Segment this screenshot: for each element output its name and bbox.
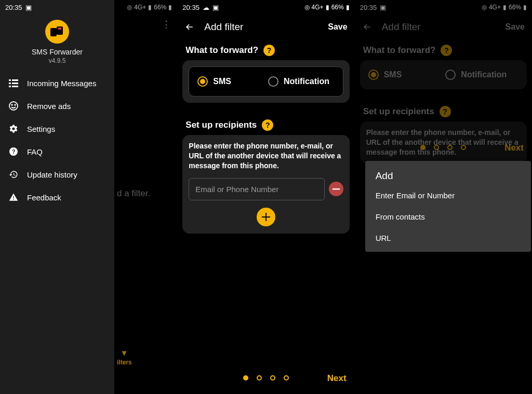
svg-rect-7 [9, 86, 11, 87]
battery-icon: ▮ [523, 4, 527, 11]
screen-add-filter-sheet: 20:35 ▣ ◎ 4G+ ▮ 66% ▮ Add filter Save Wh… [355, 0, 532, 394]
radio-notification[interactable]: Notification [266, 73, 337, 90]
sheet-item-from-contacts[interactable]: From contacts [365, 206, 531, 227]
menu-label: Remove ads [27, 102, 71, 111]
svg-point-10 [11, 104, 12, 105]
screen-drawer: ◎ 4G+ ▮ 66% ▮ ⋮ d a filter. ▾ ilters 20:… [0, 0, 177, 394]
menu-settings[interactable]: Settings [0, 117, 114, 140]
battery-label: 66% [509, 4, 521, 11]
pager-dot [243, 375, 248, 381]
battery-label: 66% [331, 4, 344, 11]
navigation-drawer: 20:35 ▣ SMS Forwarder v4.9.5 Incoming Me… [0, 0, 114, 394]
pager-dot [461, 145, 466, 150]
radio-sms[interactable]: SMS [366, 66, 444, 83]
pager-dot [270, 375, 275, 381]
recipients-card: Please enter the phone number, e-mail, o… [360, 121, 527, 164]
drawer-header: SMS Forwarder v4.9.5 [0, 15, 114, 72]
recipients-card: Please enter the phone number, e-mail, o… [182, 135, 349, 234]
warning-icon [8, 192, 19, 202]
svg-text:?: ? [12, 148, 16, 155]
history-icon [8, 169, 19, 180]
screen-add-filter: 20:35 ☁ ▣ ◎ 4G+ ▮ 66% ▮ Add filter Save … [177, 0, 354, 394]
remove-recipient-button[interactable] [329, 182, 343, 196]
menu-remove-ads[interactable]: Remove ads [0, 94, 114, 117]
sheet-item-enter-email[interactable]: Enter Email or Number [365, 185, 531, 206]
menu-feedback[interactable]: Feedback [0, 186, 114, 209]
help-icon[interactable]: ? [262, 119, 273, 131]
recipients-help-text: Please enter the phone number, e-mail, o… [366, 128, 521, 157]
pager-dot [257, 375, 262, 381]
menu-label: Settings [27, 125, 55, 133]
help-icon: ? [8, 146, 19, 157]
recipient-input[interactable] [189, 178, 324, 200]
pager-dot [434, 145, 439, 150]
svg-rect-16 [262, 216, 270, 218]
screenshot-icon: ▣ [380, 4, 386, 11]
forward-options-card: SMS Notification [360, 60, 527, 89]
sheet-title: Add [365, 166, 531, 185]
svg-rect-2 [58, 28, 61, 30]
back-icon[interactable] [184, 22, 195, 32]
pager-dot [420, 145, 425, 150]
radio-label: Notification [284, 77, 329, 86]
screenshot-icon: ▣ [25, 4, 32, 11]
next-button[interactable]: Next [327, 373, 347, 384]
section-forward: What to forward? ? [355, 39, 532, 60]
radio-label: SMS [384, 70, 402, 79]
svg-rect-0 [50, 28, 57, 36]
recipients-help-text: Please enter the phone number, e-mail, o… [189, 141, 343, 171]
menu-update-history[interactable]: Update history [0, 163, 114, 186]
svg-rect-5 [9, 83, 11, 84]
app-header: Add filter Save [355, 15, 532, 39]
status-bar: 20:35 ▣ [0, 0, 114, 15]
network-label: 4G+ [312, 4, 324, 11]
menu-faq[interactable]: ? FAQ [0, 140, 114, 163]
menu-incoming-messages[interactable]: Incoming Messages [0, 72, 114, 94]
menu-label: FAQ [27, 147, 43, 156]
section-recipients: Set up recipients ? [177, 114, 354, 135]
section-recipients-title: Set up recipients [185, 120, 257, 130]
smile-icon [8, 101, 19, 111]
cloud-icon: ☁ [203, 4, 209, 11]
section-forward-title: What to forward? [185, 45, 258, 56]
status-bar: 20:35 ☁ ▣ ◎ 4G+ ▮ 66% ▮ [177, 0, 354, 15]
add-action-sheet: Add Enter Email or Number From contacts … [365, 161, 531, 252]
signal-icon: ▮ [503, 4, 507, 11]
radio-notification[interactable]: Notification [443, 66, 521, 83]
radio-sms[interactable]: SMS [195, 73, 266, 90]
svg-point-9 [9, 102, 18, 110]
svg-rect-8 [12, 86, 18, 87]
next-button[interactable]: Next [504, 143, 524, 153]
pager-dot [447, 145, 453, 150]
signal-icon: ▮ [326, 4, 329, 11]
svg-rect-14 [332, 188, 340, 189]
section-recipients-title: Set up recipients [363, 106, 434, 117]
header-title: Add filter [382, 21, 421, 33]
help-icon[interactable]: ? [263, 45, 275, 56]
app-logo-icon [45, 20, 69, 44]
help-icon[interactable]: ? [440, 106, 451, 117]
add-recipient-button[interactable] [257, 208, 275, 226]
gear-icon [8, 124, 19, 134]
sheet-item-url[interactable]: URL [365, 227, 531, 249]
app-header: Add filter Save [177, 15, 354, 39]
svg-point-11 [15, 104, 16, 105]
hotspot-icon: ◎ [304, 4, 310, 11]
list-icon [8, 78, 19, 88]
section-recipients: Set up recipients ? [355, 101, 532, 121]
help-icon[interactable]: ? [441, 45, 452, 56]
radio-unselected-icon [268, 76, 278, 87]
svg-rect-6 [12, 83, 18, 84]
section-forward-title: What to forward? [363, 45, 436, 56]
save-button[interactable]: Save [506, 22, 525, 32]
hotspot-icon: ◎ [482, 4, 487, 11]
app-version: v4.9.5 [49, 57, 66, 64]
save-button[interactable]: Save [328, 22, 347, 32]
radio-label: Notification [461, 70, 507, 79]
section-forward: What to forward? ? [177, 39, 354, 60]
status-time: 20:35 [5, 4, 22, 11]
back-icon[interactable] [362, 22, 373, 32]
svg-rect-3 [9, 79, 11, 81]
status-bar: 20:35 ▣ ◎ 4G+ ▮ 66% ▮ [355, 0, 532, 15]
status-time: 20:35 [360, 4, 377, 11]
